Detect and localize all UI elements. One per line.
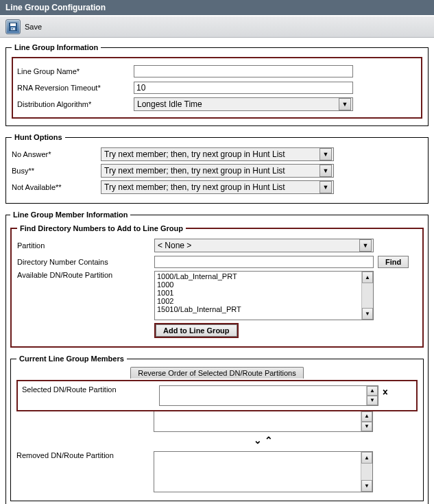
list-item[interactable]: 15010/Lab_Internal_PRT xyxy=(157,305,361,313)
chevron-down-icon: ▼ xyxy=(359,239,372,252)
save-button[interactable] xyxy=(5,19,21,34)
legend-hunt-options: Hunt Options xyxy=(12,133,65,141)
label-not-available: Not Available** xyxy=(12,183,101,191)
scrollbar[interactable]: ▲ ▼ xyxy=(366,386,378,405)
fieldset-current-members: Current Line Group Members Reverse Order… xyxy=(10,355,424,501)
scrollbar[interactable]: ▲ ▼ xyxy=(361,411,372,431)
scroll-down-icon[interactable]: ▼ xyxy=(362,308,373,320)
scroll-up-icon[interactable]: ▲ xyxy=(367,386,378,396)
chevron-down-icon: ▼ xyxy=(320,148,332,160)
distribution-algorithm-value: Longest Idle Time xyxy=(137,99,202,109)
label-rna-timeout: RNA Reversion Timeout* xyxy=(17,84,134,92)
legend-current-members: Current Line Group Members xyxy=(16,355,127,363)
fieldset-hunt-options: Hunt Options No Answer* Try next member;… xyxy=(5,133,429,204)
label-partition: Partition xyxy=(17,241,154,250)
disk-icon xyxy=(9,23,17,31)
scroll-down-icon[interactable]: ▼ xyxy=(361,422,372,432)
label-removed-dn: Removed DN/Route Partition xyxy=(16,451,154,459)
scroll-down-icon[interactable]: ▼ xyxy=(367,396,378,405)
save-label: Save xyxy=(25,23,42,31)
label-dn-contains: Directory Number Contains xyxy=(17,258,154,266)
list-item[interactable]: 1002 xyxy=(157,297,361,305)
fieldset-find-dn: Find Directory Numbers to Add to Line Gr… xyxy=(10,224,424,348)
legend-member-info: Line Group Member Information xyxy=(10,211,130,219)
partition-select[interactable]: < None > ▼ xyxy=(154,239,374,252)
partition-value: < None > xyxy=(158,241,191,250)
label-line-group-name: Line Group Name* xyxy=(17,67,134,75)
label-available-dn: Available DN/Route Partition xyxy=(17,271,154,279)
find-button[interactable]: Find xyxy=(378,256,409,268)
label-selected-dn: Selected DN/Route Partition xyxy=(22,385,159,394)
fieldset-member-info: Line Group Member Information Find Direc… xyxy=(5,211,429,504)
dn-contains-input[interactable] xyxy=(154,256,374,268)
not-available-value: Try next member; then, try next group in… xyxy=(104,182,285,192)
label-busy: Busy** xyxy=(12,167,101,175)
page-title: Line Group Configuration xyxy=(0,0,434,16)
toolbar: Save xyxy=(0,16,434,38)
add-to-line-group-button[interactable]: Add to Line Group xyxy=(156,324,237,337)
legend-find-dn: Find Directory Numbers to Add to Line Gr… xyxy=(17,224,186,232)
label-no-answer: No Answer* xyxy=(12,150,101,158)
scroll-up-icon[interactable]: ▲ xyxy=(361,452,372,464)
list-item[interactable]: 1001 xyxy=(157,289,361,297)
rna-timeout-input[interactable] xyxy=(134,82,353,94)
scrollbar[interactable]: ▲ ▼ xyxy=(361,452,372,492)
busy-value: Try next member; then, try next group in… xyxy=(104,166,285,176)
move-up-icon[interactable]: ⌃ xyxy=(381,392,389,399)
chevron-down-icon: ▼ xyxy=(320,181,332,193)
svg-rect-1 xyxy=(10,23,16,26)
scroll-up-icon[interactable]: ▲ xyxy=(362,272,373,283)
busy-select[interactable]: Try next member; then, try next group in… xyxy=(101,164,334,178)
list-item[interactable]: 1000 xyxy=(157,280,361,289)
chevron-down-icon: ▼ xyxy=(339,98,351,110)
list-item[interactable]: 1000/Lab_Internal_PRT xyxy=(157,272,361,280)
move-down-icon[interactable]: ⌄ xyxy=(254,435,262,446)
chevron-down-icon: ▼ xyxy=(320,165,332,177)
svg-rect-3 xyxy=(12,28,13,29)
selected-dn-listbox[interactable]: ▲ ▼ xyxy=(159,385,378,406)
scroll-down-icon[interactable]: ▼ xyxy=(361,480,372,492)
svg-rect-2 xyxy=(11,27,15,30)
move-up-icon[interactable]: ⌃ xyxy=(265,435,273,446)
scrollbar[interactable]: ▲ ▼ xyxy=(361,272,373,320)
scroll-up-icon[interactable]: ▲ xyxy=(361,411,372,422)
available-dn-listbox[interactable]: 1000/Lab_Internal_PRT 1000 1001 1002 150… xyxy=(154,271,374,320)
no-answer-value: Try next member; then, try next group in… xyxy=(104,149,285,159)
legend-line-group-info: Line Group Information xyxy=(12,43,101,51)
not-available-select[interactable]: Try next member; then, try next group in… xyxy=(101,180,334,194)
no-answer-select[interactable]: Try next member; then, try next group in… xyxy=(101,147,334,161)
selected-dn-listbox-2[interactable]: ▲ ▼ xyxy=(154,411,373,432)
fieldset-line-group-info: Line Group Information Line Group Name* … xyxy=(5,43,429,126)
reverse-order-button[interactable]: Reverse Order of Selected DN/Route Parti… xyxy=(130,367,304,379)
distribution-algorithm-select[interactable]: Longest Idle Time ▼ xyxy=(134,97,353,111)
label-distribution-algorithm: Distribution Algorithm* xyxy=(17,100,134,108)
removed-dn-listbox[interactable]: ▲ ▼ xyxy=(154,451,373,492)
line-group-name-input[interactable] xyxy=(134,65,353,77)
